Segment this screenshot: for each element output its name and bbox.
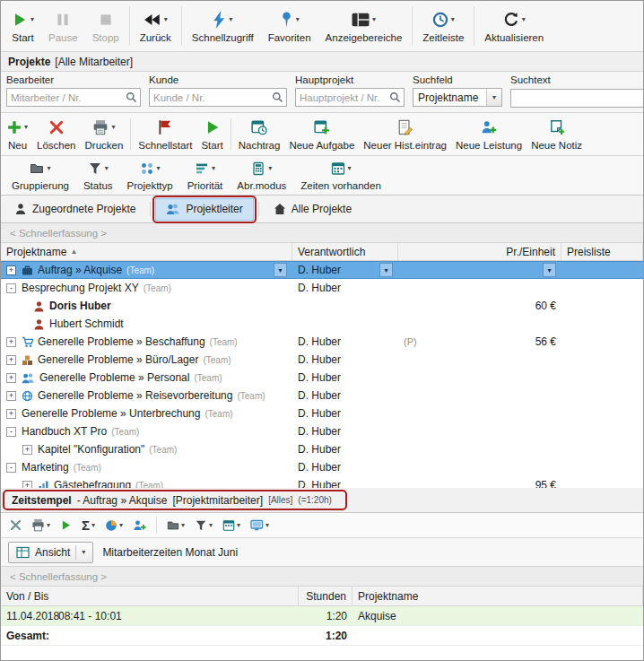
new-note-button[interactable]: Neue Notiz [527, 115, 587, 153]
chevron-down-icon[interactable]: ▾ [181, 522, 185, 529]
tab-zugeordnete-projekte[interactable]: Zugeordnete Projekte [4, 198, 145, 221]
expand-toggle[interactable]: - [6, 427, 16, 437]
start-timestamp-button[interactable] [57, 517, 74, 533]
chevron-down-icon[interactable]: ▾ [229, 16, 232, 23]
bearbeiter-input[interactable] [7, 92, 126, 103]
chevron-down-icon[interactable]: ▾ [451, 16, 455, 23]
time-entry-row[interactable]: 11.04.2018 08:41 - 10:01 1:20 Akquise [1, 606, 643, 626]
project-type-button[interactable]: ▾ Projekttyp [120, 158, 180, 193]
chevron-down-icon[interactable]: ▾ [265, 522, 269, 529]
project-row[interactable]: + Gästebefragung (Team) D. Huber 95 € [1, 476, 643, 488]
group-times-button[interactable]: ▾ [164, 517, 187, 534]
column-header-von-bis[interactable]: Von / Bis [1, 587, 299, 605]
times-available-button[interactable]: ▾ Zeiten vorhanden [293, 158, 388, 193]
chevron-down-icon[interactable]: ▾ [47, 165, 50, 172]
chevron-down-icon[interactable]: ▾ [209, 522, 213, 529]
quick-entry-collapsed-bar[interactable]: < Schnellerfassung > [1, 567, 643, 587]
project-row[interactable]: + Generelle Probleme » Personal (Team) D… [1, 369, 643, 387]
chevron-down-icon[interactable]: ▾ [486, 89, 501, 106]
backdate-button[interactable]: Nachtrag [234, 115, 285, 153]
chevron-down-icon[interactable]: ▾ [268, 165, 272, 172]
start-button[interactable]: ▾ Start [4, 3, 41, 49]
hauptprojekt-input[interactable] [296, 92, 389, 103]
project-row[interactable]: + Generelle Probleme » Reisevorbereitung… [1, 387, 643, 404]
project-row[interactable]: - Marketing (Team) D. Huber [1, 458, 643, 476]
view-button[interactable]: Ansicht ▾ [8, 542, 93, 563]
chevron-down-icon[interactable]: ▾ [30, 16, 34, 23]
quick-access-button[interactable]: ▾ Schnellzugriff [185, 3, 261, 49]
grouping-button[interactable]: ▾ Gruppierung [4, 158, 76, 193]
report-device-button[interactable]: ▾ [248, 517, 272, 534]
suchtext-input[interactable] [511, 93, 644, 104]
chevron-down-icon[interactable]: ▾ [105, 165, 109, 172]
refresh-button[interactable]: ▾ Aktualisieren [477, 3, 551, 49]
expand-toggle[interactable]: - [6, 283, 16, 293]
expand-toggle[interactable]: + [22, 445, 32, 455]
new-button[interactable]: ▾ Neu [3, 115, 32, 153]
suchfeld-select[interactable]: Projektname ▾ [413, 88, 502, 107]
expand-toggle[interactable]: + [22, 481, 32, 489]
expand-toggle[interactable]: - [6, 463, 16, 473]
search-icon[interactable] [389, 91, 401, 103]
column-header-pr-einheit[interactable]: Pr./Einheit [398, 243, 561, 260]
combo-arrow-icon[interactable]: ▾ [274, 263, 287, 277]
chevron-down-icon[interactable]: ▾ [348, 165, 352, 172]
chevron-down-icon[interactable]: ▾ [119, 522, 123, 529]
print-button[interactable]: ▾ Drucken [81, 115, 128, 153]
display-areas-button[interactable]: ▾ Anzeigebereiche [318, 3, 410, 49]
combo-arrow-icon[interactable]: ▾ [379, 263, 393, 277]
billing-mode-button[interactable]: ▾ Abr.modus [230, 158, 293, 193]
chevron-down-icon[interactable]: ▾ [82, 549, 85, 556]
project-row[interactable]: + Generelle Probleme » Büro/Lager (Team)… [1, 351, 643, 369]
chevron-down-icon[interactable]: ▾ [24, 124, 28, 131]
priority-button[interactable]: ▾ Priorität [180, 158, 231, 193]
calendar-times-button[interactable]: ▾ [220, 517, 243, 534]
tab-alle-projekte[interactable]: Alle Projekte [264, 198, 361, 221]
member-row[interactable]: Hubert Schmidt [1, 315, 643, 333]
expand-toggle[interactable]: + [6, 337, 16, 347]
chevron-down-icon[interactable]: ▾ [522, 16, 526, 23]
column-header-preisliste[interactable]: Preisliste [561, 243, 643, 260]
search-icon[interactable] [126, 91, 137, 103]
chevron-down-icon[interactable]: ▾ [237, 522, 240, 529]
back-button[interactable]: ▾ Zurück [133, 3, 178, 49]
expand-toggle[interactable]: + [6, 373, 16, 383]
chevron-down-icon[interactable]: ▾ [111, 124, 115, 131]
column-header-projektname[interactable]: Projektname [352, 587, 643, 605]
combo-arrow-icon[interactable]: ▾ [543, 263, 556, 277]
timeline-button[interactable]: ▾ Zeitleiste [415, 3, 471, 49]
column-header-verantwortlich[interactable]: Verantwortlich [292, 243, 398, 260]
assign-person-button[interactable] [130, 517, 149, 534]
project-row[interactable]: - Besprechung Projekt XY (Team) D. Huber [1, 279, 643, 297]
print-times-button[interactable]: ▾ [29, 517, 53, 534]
new-history-entry-button[interactable]: Neuer Hist.eintrag [359, 115, 451, 153]
delete-button[interactable]: Löschen [32, 115, 80, 153]
chevron-down-icon[interactable]: ▾ [47, 522, 50, 529]
project-row-selected[interactable]: + Auftrag » Akquise (Team) ▾ D. Huber ▾ … [1, 261, 643, 279]
new-service-button[interactable]: Neue Leistung [451, 115, 527, 153]
quick-entry-collapsed-bar[interactable]: < Schnellerfassung > [1, 223, 643, 243]
chevron-down-icon[interactable]: ▾ [372, 16, 376, 23]
filter-times-button[interactable]: ▾ [192, 517, 215, 534]
project-row[interactable]: - Handbuch XT Pro (Team) D. Huber [1, 422, 643, 440]
chevron-down-icon[interactable]: ▾ [164, 16, 168, 23]
expand-toggle[interactable]: + [6, 265, 16, 275]
kunde-input[interactable] [150, 92, 272, 103]
expand-toggle[interactable]: + [6, 391, 16, 401]
project-row[interactable]: + Generelle Probleme » Unterbrechung (Te… [1, 404, 643, 422]
chevron-down-icon[interactable]: ▾ [212, 165, 215, 172]
chart-button[interactable]: ▾ [102, 517, 126, 534]
delete-timestamp-button[interactable] [7, 517, 24, 533]
tab-projektleiter[interactable]: Projektleiter [155, 198, 253, 221]
member-row[interactable]: Doris Huber 60 € [1, 297, 643, 315]
chevron-down-icon[interactable]: ▾ [157, 165, 161, 172]
chevron-down-icon[interactable]: ▾ [91, 522, 95, 529]
column-header-stunden[interactable]: Stunden [299, 587, 352, 605]
status-filter-button[interactable]: ▾ Status [76, 158, 120, 193]
column-header-projektname[interactable]: Projektname ▲ [1, 243, 292, 260]
chevron-down-icon[interactable]: ▾ [296, 16, 300, 23]
quickstart-button[interactable]: Schnellstart [134, 115, 196, 153]
start-project-button[interactable]: Start [196, 115, 227, 153]
expand-toggle[interactable]: + [6, 355, 16, 365]
favorites-button[interactable]: ▾ Favoriten [261, 3, 318, 49]
